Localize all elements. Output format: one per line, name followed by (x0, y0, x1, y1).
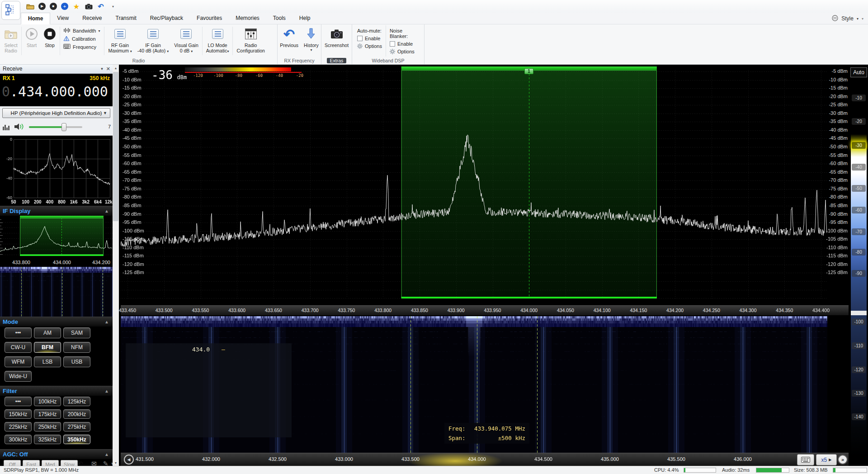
agc-undo-icon[interactable]: ↶ (78, 460, 83, 466)
ribbon-collapse-icon[interactable]: ▾ (862, 17, 863, 21)
mode-button-[interactable]: ••• (5, 327, 32, 338)
filter-button-350khz[interactable]: 350kHz (63, 435, 90, 444)
history-button[interactable]: History ▾ (301, 25, 321, 57)
rx-frequency-display[interactable]: RX 1 350 kHz 0.434.000.000 (0, 74, 113, 106)
tab-view[interactable]: View (50, 13, 75, 24)
tab-favourites[interactable]: Favourites (190, 13, 229, 24)
filter-button-200khz[interactable]: 200kHz (63, 409, 90, 419)
collapse-icon[interactable]: ▲ (104, 386, 109, 396)
mode-button-wideu[interactable]: Wide-U (5, 371, 32, 382)
mode-button-wfm[interactable]: WFM (5, 356, 32, 367)
fast-forward-button[interactable]: » (838, 455, 848, 465)
lo-mode-button[interactable]: LO Mode Automatic▾ (203, 25, 232, 57)
filter-button-150khz[interactable]: 150kHz (5, 409, 32, 419)
mode-button-sam[interactable]: SAM (63, 327, 90, 338)
filter-button-225khz[interactable]: 225kHz (5, 422, 32, 431)
automute-enable-checkbox[interactable]: Enable (357, 36, 382, 41)
agc-button-fast[interactable]: Fast (23, 460, 40, 466)
theme-icon[interactable] (832, 15, 838, 23)
collapse-icon[interactable]: ▲ (104, 317, 109, 327)
visual-gain-button[interactable]: Visual Gain 0 dB ▾ (171, 25, 201, 57)
keyboard-entry-button[interactable] (797, 454, 814, 465)
style-label[interactable]: Style (841, 15, 854, 22)
if-spectrum-canvas[interactable] (0, 216, 113, 259)
tab-home[interactable]: Home (21, 13, 50, 24)
agc-button-med[interactable]: Med (42, 460, 59, 466)
mode-button-usb[interactable]: USB (63, 356, 90, 367)
if-waterfall-canvas[interactable] (0, 267, 113, 317)
filter-button-175khz[interactable]: 175kHz (34, 409, 61, 419)
mode-button-nfm[interactable]: NFM (63, 342, 90, 353)
start-button[interactable]: Start (23, 25, 41, 57)
open-folder-icon[interactable] (26, 2, 34, 10)
app-menu-button[interactable] (1, 1, 20, 20)
mode-button-cwu[interactable]: CW-U (5, 342, 32, 353)
spectrum-frequency-scale[interactable]: 433.450433.500433.550433.600433.650433.7… (121, 305, 849, 315)
rx-marker-badge[interactable]: 1 (524, 68, 533, 74)
if-gain-button[interactable]: IF Gain -40 dB (Auto) ▾ (135, 25, 171, 57)
if-freq-tick: 434.000 (53, 260, 71, 265)
if-gain-icon (147, 29, 159, 39)
filter-button-100khz[interactable]: 100kHz (34, 397, 61, 406)
scroll-left-button[interactable]: ◀ (124, 455, 134, 465)
tab-memories[interactable]: Memories (229, 13, 266, 24)
panel-chevron-down-icon[interactable]: ▾ (101, 65, 103, 73)
mode-button-am[interactable]: AM (34, 327, 61, 338)
agc-envelope-icon[interactable]: ✉ (91, 460, 97, 466)
favourite-star-icon[interactable]: ★ (72, 2, 80, 10)
mode-button-lsb[interactable]: LSB (34, 356, 61, 367)
frequency-readout[interactable]: 0.434.000.000 (2, 84, 108, 100)
scroll-up-icon[interactable]: ▲ (113, 65, 119, 71)
stop-icon[interactable]: ■ (50, 3, 57, 10)
zoom-button[interactable]: x5 ▶ (816, 454, 837, 465)
palette-auto-button[interactable]: Auto (850, 67, 867, 77)
main-spectrum-canvas[interactable] (121, 66, 827, 305)
collapse-icon[interactable]: ▲ (104, 450, 109, 459)
waterfall-frequency-scale[interactable]: 431.500432.000432.500433.000433.500434.0… (121, 453, 849, 466)
agc-signature-icon[interactable]: ✎ (103, 460, 108, 466)
style-dropdown-icon[interactable]: ▾ (857, 17, 859, 21)
equalizer-icon[interactable] (2, 123, 10, 132)
scrollbar-thumb[interactable] (113, 72, 118, 221)
volume-slider-handle[interactable] (61, 123, 66, 131)
tab-tools[interactable]: Tools (266, 13, 292, 24)
previous-button[interactable]: ↶ Previous (277, 25, 301, 57)
bandwidth-button[interactable]: Bandwidth▾ (63, 28, 100, 34)
audio-device-select[interactable]: HP (Périphérique High Definition Audio) … (2, 108, 110, 118)
agc-button-off[interactable]: Off (4, 460, 21, 466)
palette-gradient-lower[interactable] (851, 315, 867, 456)
qat-more-icon[interactable]: ▾ (109, 2, 117, 10)
speaker-icon[interactable] (14, 123, 24, 132)
tab-rec-playback[interactable]: Rec/Playback (143, 13, 190, 24)
scroll-down-icon[interactable]: ▼ (113, 460, 119, 466)
filter-button-[interactable]: ••• (5, 397, 32, 406)
calibration-button[interactable]: Calibration (63, 36, 100, 42)
agc-button-slow[interactable]: Slow (61, 460, 78, 466)
screenshot-button[interactable]: Screenshot (322, 25, 351, 57)
filter-button-250khz[interactable]: 250kHz (34, 422, 61, 431)
frequency-button[interactable]: Frequency (63, 44, 100, 50)
noise-blanker-options-button[interactable]: Options (390, 49, 419, 54)
volume-slider[interactable] (29, 126, 82, 128)
tab-receive[interactable]: Receive (75, 13, 108, 24)
add-icon[interactable]: + (61, 3, 68, 10)
filter-button-125khz[interactable]: 125kHz (63, 397, 90, 406)
tab-transmit[interactable]: Transmit (109, 13, 143, 24)
automute-options-button[interactable]: Options (357, 43, 382, 49)
collapse-icon[interactable]: ▲ (104, 206, 109, 216)
mode-button-bfm[interactable]: BFM (34, 342, 61, 353)
start-icon[interactable]: ▶ (38, 3, 46, 10)
select-radio-button[interactable]: Select Radio (1, 25, 20, 57)
undo-icon[interactable]: ↶ (97, 2, 105, 10)
panel-scrollbar[interactable]: ▲ ▼ (113, 65, 119, 466)
panel-close-icon[interactable]: ✕ (106, 65, 110, 73)
tab-help[interactable]: Help (292, 13, 317, 24)
screenshot-camera-icon[interactable] (85, 2, 93, 10)
filter-button-275khz[interactable]: 275kHz (63, 422, 90, 431)
noise-blanker-enable-checkbox[interactable]: Enable (390, 41, 419, 47)
filter-button-300khz[interactable]: 300kHz (5, 435, 32, 444)
rf-gain-button[interactable]: RF Gain Maximum ▾ (105, 25, 134, 57)
radio-configuration-button[interactable]: Radio Configuration (234, 25, 267, 57)
filter-button-325khz[interactable]: 325kHz (34, 435, 61, 444)
stop-button[interactable]: Stop (41, 25, 59, 57)
